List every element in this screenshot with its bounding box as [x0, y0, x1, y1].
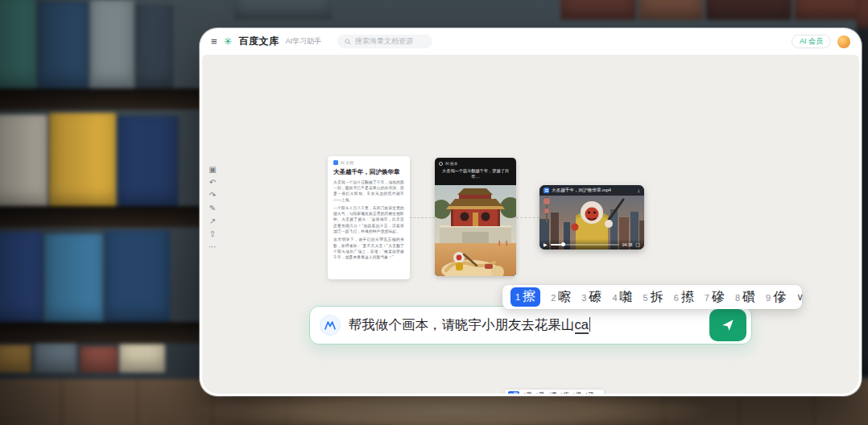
ime-candidate[interactable]: 9傪	[766, 289, 786, 306]
book-cover	[49, 113, 116, 206]
screen: ≡ ✳ 百度文库 AI学习助手 搜索海量文档资源 AI 会员 ▣ ↶ ↷ ✎ ↗…	[0, 0, 868, 425]
doc-paragraph: 东方明珠下，孩子们抬头望见云端的身影，欢呼雀跃：“是齐天大圣！”大圣翻了个跟头落…	[333, 237, 404, 260]
ime-candidate[interactable]: 7磣	[705, 289, 725, 306]
ime-candidate-selected[interactable]: 1擦	[510, 287, 540, 307]
export-icon[interactable]: ↗	[207, 217, 218, 225]
book-cover	[639, 0, 703, 19]
fullscreen-icon[interactable]: ▢	[635, 242, 640, 247]
video-card[interactable]: 大圣越千年，回沪焕华章.mp4 ↓ ▶ 04:38 ▢	[539, 185, 644, 250]
search-input[interactable]: 搜索海量文档资源	[337, 35, 432, 48]
upload-icon[interactable]: ⇧	[207, 230, 218, 238]
app-title: 百度文库	[239, 35, 279, 48]
text-caret	[589, 317, 591, 332]
book-cover	[857, 0, 868, 28]
ai-assistant-logo-icon	[320, 315, 341, 336]
ime-candidate[interactable]: 3礤	[536, 391, 544, 394]
connector-line	[410, 217, 435, 218]
ime-candidate[interactable]: 4囃	[548, 391, 556, 394]
prompt-text: 帮我做个画本，请晓宇小朋友去花果山ca	[349, 316, 590, 334]
document-card[interactable]: AI 文档 大圣越千年，回沪焕华章 大圣驾一个筋斗云翻越了千年，落地的那一刻，眼…	[328, 156, 410, 279]
app-logo-icon: ✳	[224, 36, 233, 47]
connector-line	[516, 217, 539, 218]
video-progress-bar[interactable]	[551, 244, 619, 246]
doc-tag-label: AI 文档	[341, 160, 353, 165]
redo-icon[interactable]: ↷	[207, 192, 218, 200]
pen-tool-icon[interactable]: ✎	[207, 204, 218, 212]
storyboard-card[interactable]: AI 画本 大圣驾一个筋斗翻越千年，穿越了百年…	[435, 158, 516, 276]
doc-title: 大圣越千年，回沪焕华章	[333, 168, 404, 176]
ime-candidate[interactable]: 7磣	[585, 391, 593, 394]
chevron-down-icon[interactable]: ∨	[796, 291, 804, 303]
ime-candidate[interactable]: 4囃	[612, 289, 632, 306]
ime-candidate-selected[interactable]: 1擦	[508, 391, 519, 394]
canvas[interactable]: ▣ ↶ ↷ ✎ ↗ ⇧ ⋯ AI 文档 大圣越千年，回沪焕华章 大圣驾一个筋斗云…	[202, 55, 859, 394]
book-cover	[706, 0, 792, 19]
ime-candidate[interactable]: 8礸	[735, 289, 755, 306]
undo-icon[interactable]: ↶	[207, 179, 218, 187]
ime-candidate-bar-mini: 1擦 2嚓 3礤 4囃 5拆 6攃 7磣 ∨	[505, 390, 604, 394]
storyboard-caption: 大圣驾一个筋斗翻越千年，穿越了百年…	[440, 168, 510, 180]
app-window: ≡ ✳ 百度文库 AI学习助手 搜索海量文档资源 AI 会员 ▣ ↶ ↷ ✎ ↗…	[200, 28, 862, 396]
more-tools-icon[interactable]: ⋯	[207, 243, 218, 251]
search-icon	[345, 39, 351, 45]
ime-composition: ca	[575, 317, 589, 334]
ai-storyboard-icon	[439, 162, 443, 166]
video-time: 04:38	[622, 242, 633, 247]
titlebar-right: AI 会员	[792, 35, 850, 48]
shelf-board	[0, 322, 201, 343]
avatar[interactable]	[837, 35, 850, 48]
prompt-input[interactable]: 帮我做个画本，请晓宇小朋友去花果山ca	[309, 306, 752, 345]
book-cover	[118, 116, 178, 206]
titlebar: ≡ ✳ 百度文库 AI学习助手 搜索海量文档资源 AI 会员	[200, 28, 862, 55]
book-cover	[90, 0, 134, 89]
ime-candidate[interactable]: 6攃	[674, 289, 694, 306]
temple-illustration	[435, 185, 516, 243]
shelf-board	[0, 89, 201, 109]
exclamation-annotation: ！！	[496, 239, 510, 248]
app-subtitle: AI学习助手	[286, 36, 322, 47]
chevron-down-icon[interactable]: ∨	[597, 392, 601, 394]
book-cover	[0, 114, 48, 206]
ai-doc-icon	[333, 160, 338, 165]
ime-candidate[interactable]: 6攃	[572, 391, 581, 394]
book-cover	[119, 344, 165, 373]
book-cover	[136, 5, 174, 89]
left-tool-rail: ▣ ↶ ↷ ✎ ↗ ⇧ ⋯	[207, 166, 218, 251]
book-cover	[38, 2, 89, 89]
book-cover	[234, 0, 332, 19]
download-icon[interactable]: ↓	[638, 188, 641, 193]
video-file-icon	[544, 188, 549, 193]
ime-candidate-bar: 1擦 2嚓 3礤 4囃 5拆 6攃 7磣 8礸 9傪 ∨	[502, 285, 802, 309]
ime-candidate[interactable]: 2嚓	[523, 391, 531, 394]
doc-tag: AI 文档	[333, 160, 404, 165]
book-cover	[0, 0, 36, 89]
book-cover	[0, 345, 31, 373]
storyboard-tag-label: AI 画本	[445, 161, 457, 166]
ime-candidate[interactable]: 3礤	[581, 289, 601, 306]
shelf-board	[0, 206, 201, 227]
ime-candidate[interactable]: 2嚓	[551, 289, 571, 306]
book-cover	[35, 343, 77, 373]
frame-tool-icon[interactable]: ▣	[207, 166, 218, 174]
book-cover	[105, 230, 170, 322]
book-cover	[44, 233, 103, 322]
book-cover	[81, 346, 118, 372]
storyboard-header: AI 画本 大圣驾一个筋斗翻越千年，穿越了百年…	[435, 158, 516, 185]
ime-candidate[interactable]: 5拆	[560, 391, 568, 394]
video-title-bar: 大圣越千年，回沪焕华章.mp4 ↓	[539, 185, 644, 196]
video-controls: ▶ 04:38 ▢	[539, 239, 644, 250]
doc-paragraph: 大圣驾一个筋斗云翻越了千年，落地的那一刻，眼前早已不是花果山的水帘洞，而是一座灯…	[333, 179, 404, 203]
search-placeholder: 搜索海量文档资源	[355, 36, 413, 47]
paper-plane-icon	[720, 317, 736, 333]
book-cover	[560, 0, 635, 19]
video-filename: 大圣越千年，回沪焕华章.mp4	[552, 188, 635, 194]
ime-candidate[interactable]: 5拆	[643, 289, 663, 306]
send-button[interactable]	[709, 309, 746, 341]
doc-paragraph: 一个跟头十万八千里，石库门前弄堂里的烟火气，与陆家嘴直插云霄的高楼交相辉映。大圣…	[333, 205, 404, 234]
book-cover	[0, 232, 43, 322]
play-icon[interactable]: ▶	[544, 242, 548, 247]
menu-icon[interactable]: ≡	[211, 36, 217, 47]
ai-member-button[interactable]: AI 会员	[792, 35, 831, 48]
